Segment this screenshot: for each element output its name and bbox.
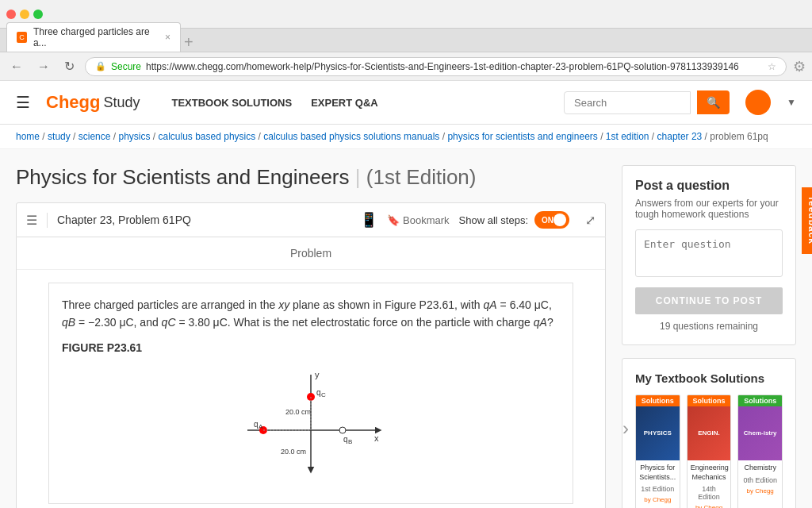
tab-bar: C Three charged particles are a... × + xyxy=(0,29,812,52)
problem-xy: xy xyxy=(278,298,289,311)
book-title-physics: Physics for Scientists... xyxy=(636,460,680,485)
book-thumb-chemistry[interactable]: Solutions Chem-istry Chemistry 0th Editi… xyxy=(737,394,783,508)
toggle-knob xyxy=(553,214,566,226)
problem-qc: qC xyxy=(162,316,176,329)
book-badge-physics: Solutions xyxy=(636,395,680,406)
book-badge-chemistry: Solutions xyxy=(738,395,782,406)
book-title-engineering: Engineering Mechanics xyxy=(688,460,731,485)
book-thumb-engineering[interactable]: Solutions ENGIN. Engineering Mechanics 1… xyxy=(687,394,732,508)
by-chegg-engineering: by Chegg xyxy=(688,504,731,508)
tab-close-icon[interactable]: × xyxy=(165,32,170,43)
bookmark-label: Bookmark xyxy=(403,214,450,226)
svg-text:x: x xyxy=(374,433,379,443)
bookmark-star-icon[interactable]: ☆ xyxy=(768,61,776,72)
breadcrumb-1st-edition[interactable]: 1st edition xyxy=(606,131,649,142)
my-textbooks-title: My Textbook Solutions xyxy=(635,371,783,385)
bookmark-button[interactable]: 🔖 Bookmark xyxy=(387,214,450,226)
list-icon[interactable]: ☰ xyxy=(26,213,48,228)
chegg-logo[interactable]: Chegg Study xyxy=(46,92,140,113)
expert-qa-link[interactable]: EXPERT Q&A xyxy=(311,97,378,109)
problem-part3: ? xyxy=(547,316,553,329)
post-question-title: Post a question xyxy=(635,179,783,193)
secure-icon: 🔒 xyxy=(95,61,106,71)
book-title-chemistry: Chemistry xyxy=(738,460,782,476)
extensions-icon[interactable]: ⚙ xyxy=(793,58,806,75)
url-text: https://www.chegg.com/homework-help/Phys… xyxy=(146,61,739,72)
forward-button[interactable]: → xyxy=(33,58,54,75)
search-input[interactable] xyxy=(564,91,691,114)
back-button[interactable]: ← xyxy=(6,58,27,75)
breadcrumb: home / study / science / physics / calcu… xyxy=(0,125,812,149)
svg-text:20.0 cm: 20.0 cm xyxy=(281,448,306,456)
book-thumb-physics[interactable]: Solutions PHYSICS Physics for Scientists… xyxy=(635,394,680,508)
problem-eq1: = 6.40 μC, xyxy=(497,298,552,311)
svg-text:q: q xyxy=(316,388,321,397)
feedback-tab[interactable]: feedback xyxy=(802,187,812,254)
breadcrumb-study[interactable]: study xyxy=(48,131,71,142)
bookmark-icon: 🔖 xyxy=(387,214,400,226)
traffic-lights xyxy=(6,10,43,19)
tab-title: Three charged particles are a... xyxy=(33,26,155,48)
svg-text:q: q xyxy=(343,435,348,444)
url-box[interactable]: 🔒 Secure https://www.chegg.com/homework-… xyxy=(85,57,787,76)
book-edition-engineering: 14th Edition xyxy=(688,485,731,504)
problem-eq2: = −2.30 μC, and xyxy=(75,316,161,329)
address-bar: ← → ↻ 🔒 Secure https://www.chegg.com/hom… xyxy=(0,52,812,81)
tab-favicon: C xyxy=(17,32,27,43)
book-thumbnails: Solutions PHYSICS Physics for Scientists… xyxy=(635,394,783,508)
problem-text-part2: plane as shown in Figure P23.61, with xyxy=(289,298,483,311)
breadcrumb-calculus-based-physics[interactable]: calculus based physics xyxy=(158,131,255,142)
breadcrumb-physics[interactable]: physics xyxy=(118,131,150,142)
svg-text:20.0 cm: 20.0 cm xyxy=(285,408,311,416)
search-button[interactable]: 🔍 xyxy=(697,90,730,114)
book-title: Physics for Scientists and Engineers | (… xyxy=(16,165,606,190)
problem-container: ‹ › Problem Three charged particles are … xyxy=(16,237,606,508)
browser-chrome: C Three charged particles are a... × + ←… xyxy=(0,0,812,81)
problem-text-part1: Three charged particles are arranged in … xyxy=(62,298,278,311)
book-edition-physics: 1st Edition xyxy=(636,485,680,496)
chegg-header: ☰ Chegg Study TEXTBOOK SOLUTIONS EXPERT … xyxy=(0,81,812,125)
figure-svg: y x q C 20.0 cm q A xyxy=(232,367,390,478)
main-content: Physics for Scientists and Engineers | (… xyxy=(0,149,812,508)
next-problem-button[interactable]: › xyxy=(622,418,629,440)
book-edition-chemistry: 0th Edition xyxy=(738,476,782,487)
textbook-solutions-link[interactable]: TEXTBOOK SOLUTIONS xyxy=(171,97,292,109)
continue-to-post-button[interactable]: CONTINUE TO POST xyxy=(635,287,783,314)
book-title-text: Physics for Scientists and Engineers xyxy=(16,165,350,189)
problem-content: Three charged particles are arranged in … xyxy=(17,270,605,508)
svg-text:q: q xyxy=(254,420,259,429)
new-tab-icon[interactable]: + xyxy=(184,33,193,52)
chapter-toolbar: ☰ Chapter 23, Problem 61PQ 📱 🔖 Bookmark … xyxy=(16,202,606,237)
breadcrumb-physics-scientists[interactable]: physics for scientists and engineers xyxy=(447,131,597,142)
close-traffic-light[interactable] xyxy=(6,10,16,19)
maximize-traffic-light[interactable] xyxy=(33,10,43,19)
breadcrumb-science[interactable]: science xyxy=(79,131,111,142)
secure-label: Secure xyxy=(111,61,141,72)
steps-toggle[interactable]: ON xyxy=(534,211,569,229)
post-question-subtitle: Answers from our experts for your tough … xyxy=(635,198,783,220)
svg-text:A: A xyxy=(259,423,263,430)
book-cover-physics: PHYSICS xyxy=(636,406,680,460)
minimize-traffic-light[interactable] xyxy=(20,10,29,19)
active-tab[interactable]: C Three charged particles are a... × xyxy=(6,22,181,52)
breadcrumb-home[interactable]: home xyxy=(16,131,40,142)
content-area: Physics for Scientists and Engineers | (… xyxy=(16,165,606,508)
breadcrumb-current: problem 61pq xyxy=(710,131,768,142)
device-icon[interactable]: 📱 xyxy=(360,211,377,229)
breadcrumb-solutions-manuals[interactable]: calculus based physics solutions manuals xyxy=(263,131,439,142)
by-chegg-physics: by Chegg xyxy=(636,496,680,506)
problem-inner-box: Three charged particles are arranged in … xyxy=(48,283,573,504)
breadcrumb-chapter23[interactable]: chapter 23 xyxy=(657,131,703,142)
fullscreen-icon[interactable]: ⤢ xyxy=(585,213,596,228)
header-search: 🔍 xyxy=(564,90,730,114)
header-nav: TEXTBOOK SOLUTIONS EXPERT Q&A xyxy=(171,97,377,109)
by-chegg-chemistry: by Chegg xyxy=(738,487,782,497)
reload-button[interactable]: ↻ xyxy=(60,57,79,75)
hamburger-menu-icon[interactable]: ☰ xyxy=(16,93,30,112)
user-menu-chevron-icon[interactable]: ▼ xyxy=(787,97,796,108)
questions-remaining: 19 questions remaining xyxy=(635,321,783,332)
problem-section-label: Problem xyxy=(17,237,605,270)
question-textarea[interactable] xyxy=(635,229,783,277)
user-avatar[interactable] xyxy=(745,90,771,115)
chapter-problem-label: Chapter 23, Problem 61PQ xyxy=(57,214,350,226)
